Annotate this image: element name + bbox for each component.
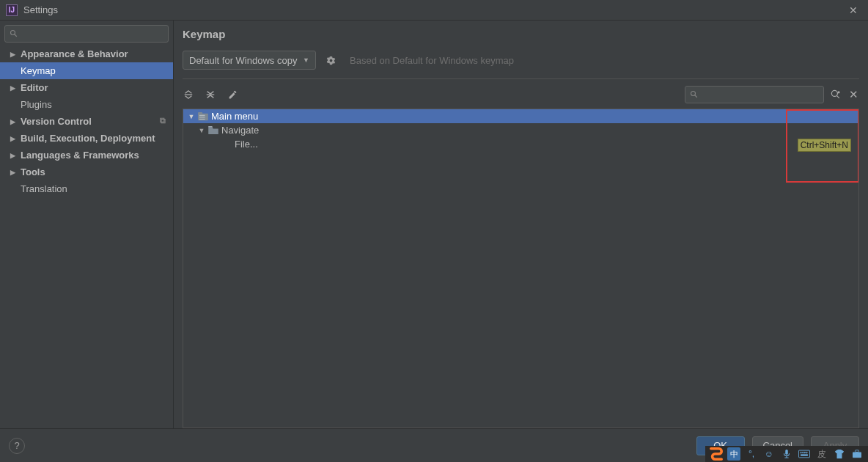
main-panel: Keymap Default for Windows copy ▼ Based …: [174, 21, 868, 428]
ime-keyboard-icon[interactable]: [798, 447, 811, 461]
sidebar-item-editor[interactable]: ▶ Editor: [0, 79, 173, 96]
svg-point-8: [837, 91, 839, 93]
sidebar-item-languages[interactable]: ▶ Languages & Frameworks: [0, 147, 173, 164]
chevron-down-icon: ▼: [198, 127, 205, 134]
svg-rect-10: [198, 112, 202, 114]
sidebar-item-label: Keymap: [21, 65, 56, 76]
svg-point-19: [806, 452, 807, 453]
svg-point-18: [804, 452, 805, 453]
chevron-right-icon: ▶: [10, 84, 16, 92]
ime-emoji-icon[interactable]: ☺: [762, 447, 776, 461]
sidebar-item-build[interactable]: ▶ Build, Execution, Deployment: [0, 130, 173, 147]
svg-point-16: [801, 452, 801, 453]
app-logo-icon: IJ: [6, 4, 18, 16]
tree-row-label: Navigate: [221, 125, 259, 136]
page-title: Keymap: [183, 28, 859, 40]
tree-row-navigate[interactable]: ▼ Navigate: [183, 123, 858, 137]
sidebar-item-translation[interactable]: Translation: [0, 180, 173, 197]
svg-point-4: [691, 92, 696, 96]
sidebar-item-label: Plugins: [21, 99, 52, 110]
sidebar-item-label: Languages & Frameworks: [21, 150, 139, 161]
sidebar-item-plugins[interactable]: Plugins: [0, 96, 173, 113]
svg-line-1: [15, 34, 17, 37]
sidebar-item-label: Translation: [21, 183, 67, 194]
svg-rect-14: [785, 450, 788, 455]
divider: [183, 78, 859, 79]
keymap-scheme-row: Default for Windows copy ▼ Based on Defa…: [183, 51, 859, 70]
keymap-toolbar: ✕: [183, 84, 859, 106]
titlebar: IJ Settings ✕: [0, 0, 868, 21]
menu-folder-icon: [198, 112, 208, 121]
ime-punct-icon[interactable]: °,: [745, 447, 758, 461]
ime-toolbox-icon[interactable]: [850, 447, 864, 461]
svg-line-7: [837, 96, 839, 98]
ime-lang-indicator[interactable]: 中: [727, 447, 740, 461]
sidebar-item-label: Tools: [21, 166, 45, 177]
find-by-shortcut-icon[interactable]: [830, 89, 842, 100]
chevron-down-icon: ▼: [303, 56, 309, 64]
ime-lang-label: 中: [730, 449, 738, 460]
sidebar-item-label: Version Control: [21, 116, 92, 127]
svg-rect-15: [798, 450, 809, 458]
shortcut-badge: Ctrl+Shift+N: [798, 139, 851, 152]
project-scope-icon: ⧉: [160, 116, 166, 125]
help-button[interactable]: ?: [9, 438, 25, 454]
sidebar-item-label: Build, Execution, Deployment: [21, 133, 155, 144]
svg-rect-20: [801, 455, 808, 455]
action-search-input[interactable]: [685, 86, 824, 103]
tree-row-main-menu[interactable]: ▼ Main menu: [183, 109, 858, 123]
sidebar-item-appearance[interactable]: ▶ Appearance & Behavior: [0, 45, 173, 62]
sidebar-item-keymap[interactable]: Keymap: [0, 62, 173, 79]
chevron-right-icon: ▶: [10, 51, 16, 58]
sidebar-search-input[interactable]: [4, 25, 169, 43]
sidebar-item-label: Editor: [21, 82, 48, 93]
sidebar-item-label: Appearance & Behavior: [21, 48, 128, 59]
sidebar-item-tools[interactable]: ▶ Tools: [0, 164, 173, 180]
svg-rect-21: [853, 452, 861, 458]
collapse-all-icon[interactable]: [205, 89, 216, 100]
ime-skin-icon[interactable]: 皮: [815, 447, 828, 461]
sidebar-item-version-control[interactable]: ▶ Version Control ⧉: [0, 113, 173, 130]
tree-row-label: File...: [235, 139, 258, 150]
edit-shortcut-icon[interactable]: [227, 89, 238, 100]
svg-rect-22: [855, 450, 858, 452]
expand-all-icon[interactable]: [183, 89, 194, 100]
keymap-scheme-dropdown[interactable]: Default for Windows copy ▼: [183, 51, 316, 70]
svg-point-6: [831, 90, 837, 96]
keymap-settings-gear-button[interactable]: [323, 53, 338, 67]
folder-icon: [208, 126, 218, 134]
svg-point-17: [803, 452, 803, 453]
svg-line-5: [695, 95, 697, 98]
sogou-ime-icon[interactable]: [710, 447, 723, 461]
window-close-button[interactable]: ✕: [845, 1, 862, 19]
tree-row-file[interactable]: File...: [183, 137, 858, 151]
chevron-right-icon: ▶: [10, 152, 16, 159]
ime-shirt-icon[interactable]: [833, 447, 846, 461]
window-title: Settings: [23, 4, 58, 15]
chevron-down-icon: ▼: [188, 113, 195, 120]
based-on-label: Based on Default for Windows keymap: [350, 55, 514, 66]
keymap-scheme-value: Default for Windows copy: [189, 55, 297, 66]
clear-search-icon[interactable]: ✕: [847, 89, 859, 100]
chevron-right-icon: ▶: [10, 169, 16, 176]
settings-sidebar: ▶ Appearance & Behavior Keymap ▶ Editor …: [0, 21, 174, 428]
svg-point-0: [11, 31, 15, 35]
ime-tray-bar: 中 °, ☺ 皮: [705, 446, 868, 462]
chevron-right-icon: ▶: [10, 118, 16, 125]
chevron-right-icon: ▶: [10, 135, 16, 142]
ime-voice-icon[interactable]: [780, 447, 793, 461]
actions-tree[interactable]: ▼ Main menu ▼ Navigate File... Ctrl+Shif…: [183, 109, 859, 428]
tree-row-label: Main menu: [211, 111, 258, 122]
